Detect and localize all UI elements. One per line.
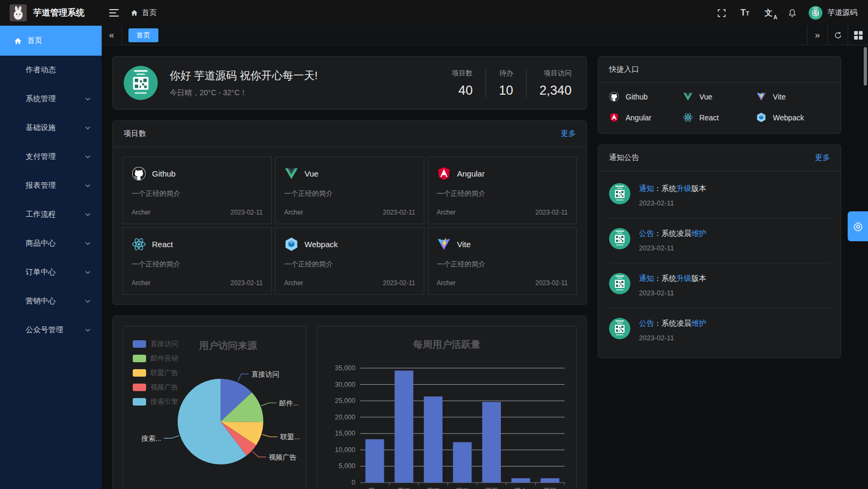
notice-qr-avatar <box>609 273 630 294</box>
project-desc: 一个正经的简介 <box>132 189 263 198</box>
shortcut-react[interactable]: React <box>683 112 757 123</box>
project-card-webpack[interactable]: Webpack 一个正经的简介 Archer2023-02-11 <box>275 227 424 295</box>
shortcut-vite[interactable]: Vite <box>756 91 830 102</box>
stat-visits: 项目访问 2,340 <box>526 68 572 98</box>
sidebar-item-home[interactable]: 首页 <box>0 26 102 56</box>
sidebar-item-marketing[interactable]: 营销中心 <box>0 287 102 316</box>
legend-item[interactable]: 联盟广告 <box>133 368 178 378</box>
refresh-icon[interactable] <box>827 26 848 45</box>
svg-text:0: 0 <box>352 479 355 486</box>
stat-projects: 项目数 40 <box>439 68 485 98</box>
legend-item[interactable]: 搜索引擎 <box>133 397 178 407</box>
shortcut-label: Github <box>626 93 648 101</box>
tab-home[interactable]: 首页 <box>128 28 158 42</box>
react-icon <box>683 112 693 123</box>
sidebar-item-author-news[interactable]: 作者动态 <box>0 56 102 85</box>
svg-text:联盟...: 联盟... <box>280 433 300 441</box>
webpack-icon <box>756 112 766 123</box>
language-icon[interactable]: 文A <box>759 4 778 22</box>
scrollbar-thumb[interactable] <box>864 47 867 86</box>
notice-date: 2023-02-11 <box>639 199 706 207</box>
sidebar-item-report[interactable]: 报表管理 <box>0 171 102 200</box>
legend-swatch <box>133 398 146 406</box>
vue-icon <box>683 91 693 102</box>
bar-chart-title: 每周用户活跃量 <box>317 338 576 351</box>
project-name: React <box>152 240 173 249</box>
project-card-react[interactable]: React 一个正经的简介 Archer2023-02-11 <box>123 227 272 295</box>
webpack-icon <box>284 237 299 251</box>
github-icon <box>132 166 146 181</box>
legend-item[interactable]: 视频广告 <box>133 383 178 392</box>
svg-text:10,000: 10,000 <box>335 446 355 454</box>
project-card-github[interactable]: Github 一个正经的简介 Archer2023-02-11 <box>123 157 272 224</box>
menu-collapse-icon[interactable] <box>105 4 123 22</box>
welcome-weather: 今日晴，20°C - 32°C！ <box>170 88 318 98</box>
shortcut-github[interactable]: Github <box>609 91 683 102</box>
sidebar-item-label: 基础设施 <box>26 123 56 133</box>
top-bar: 芋道管理系统 首页 TT 文A 芋道源码 <box>0 0 868 26</box>
stat-value: 2,340 <box>539 83 572 98</box>
project-date: 2023-02-11 <box>383 209 416 216</box>
svg-text:视频广告: 视频广告 <box>269 453 296 461</box>
layout-grid-icon[interactable] <box>848 26 868 45</box>
notice-date: 2023-02-11 <box>639 289 706 297</box>
brand[interactable]: 芋道管理系统 <box>0 4 102 21</box>
project-card-vue[interactable]: Vue 一个正经的简介 Archer2023-02-11 <box>275 157 424 224</box>
sidebar-item-order[interactable]: 订单中心 <box>0 258 102 287</box>
page-scrollbar[interactable] <box>864 47 867 486</box>
sidebar-item-label: 公众号管理 <box>26 325 63 335</box>
github-icon <box>609 91 619 102</box>
fullscreen-icon[interactable] <box>712 4 730 22</box>
notice-text: 通知：系统升级版本 <box>639 274 706 284</box>
svg-text:直接访问: 直接访问 <box>252 370 279 378</box>
svg-text:35,000: 35,000 <box>335 364 355 372</box>
sidebar-item-infra[interactable]: 基础设施 <box>0 113 102 142</box>
sidebar-item-product[interactable]: 商品中心 <box>0 229 102 258</box>
project-date: 2023-02-11 <box>536 209 568 216</box>
project-name: Vue <box>304 169 318 178</box>
breadcrumb[interactable]: 首页 <box>131 8 157 18</box>
project-date: 2023-02-11 <box>536 279 568 287</box>
vue-icon <box>284 166 299 181</box>
user-menu[interactable]: 芋道源码 <box>809 6 857 20</box>
svg-text:20,000: 20,000 <box>335 414 355 421</box>
sidebar-item-workflow[interactable]: 工作流程 <box>0 200 102 229</box>
legend-swatch <box>133 384 146 391</box>
sidebar-item-system[interactable]: 系统管理 <box>0 85 102 113</box>
sidebar-item-label: 首页 <box>27 36 42 45</box>
notice-item[interactable]: 公告：系统凌晨维护 2023-02-11 <box>609 308 830 353</box>
shortcut-label: Vue <box>699 93 712 101</box>
notice-item[interactable]: 通知：系统升级版本 2023-02-11 <box>609 173 830 218</box>
project-author: Archer <box>437 279 455 287</box>
project-card-vite[interactable]: Vite 一个正经的简介 Archer2023-02-11 <box>428 227 577 295</box>
legend-label: 联盟广告 <box>150 368 178 378</box>
tabs-scroll-left-icon[interactable]: « <box>102 26 122 45</box>
project-desc: 一个正经的简介 <box>437 189 568 198</box>
legend-item[interactable]: 直接访问 <box>133 339 178 349</box>
sidebar-item-label: 订单中心 <box>26 268 56 277</box>
user-avatar <box>809 6 823 20</box>
project-date: 2023-02-11 <box>231 209 263 216</box>
shortcut-webpack[interactable]: Webpack <box>756 112 830 123</box>
project-card-angular[interactable]: Angular 一个正经的简介 Archer2023-02-11 <box>428 157 577 224</box>
gear-icon <box>852 221 864 232</box>
notice-qr-avatar <box>609 183 630 204</box>
settings-drawer-button[interactable] <box>848 211 868 241</box>
shortcuts-card-title: 快捷入口 <box>609 65 639 74</box>
charts-card: 用户访问来源 直接访问 邮件营销 联盟广告 视频广告 搜索引擎 直接访问邮件..… <box>112 316 587 489</box>
legend-item[interactable]: 邮件营销 <box>133 354 178 363</box>
tabs-scroll-right-icon[interactable]: » <box>807 26 827 45</box>
bell-icon[interactable] <box>783 4 801 22</box>
shortcut-angular[interactable]: Angular <box>609 112 683 123</box>
project-author: Archer <box>284 209 303 216</box>
projects-more-link[interactable]: 更多 <box>561 129 576 139</box>
sidebar-item-wechat[interactable]: 公众号管理 <box>0 316 102 345</box>
font-size-icon[interactable]: TT <box>736 4 754 22</box>
sidebar-item-payment[interactable]: 支付管理 <box>0 142 102 171</box>
shortcut-vue[interactable]: Vue <box>683 91 757 102</box>
project-author: Archer <box>132 209 150 216</box>
notices-more-link[interactable]: 更多 <box>815 153 830 163</box>
notice-item[interactable]: 公告：系统凌晨维护 2023-02-11 <box>609 218 830 263</box>
project-author: Archer <box>437 209 455 216</box>
notice-item[interactable]: 通知：系统升级版本 2023-02-11 <box>609 263 830 308</box>
